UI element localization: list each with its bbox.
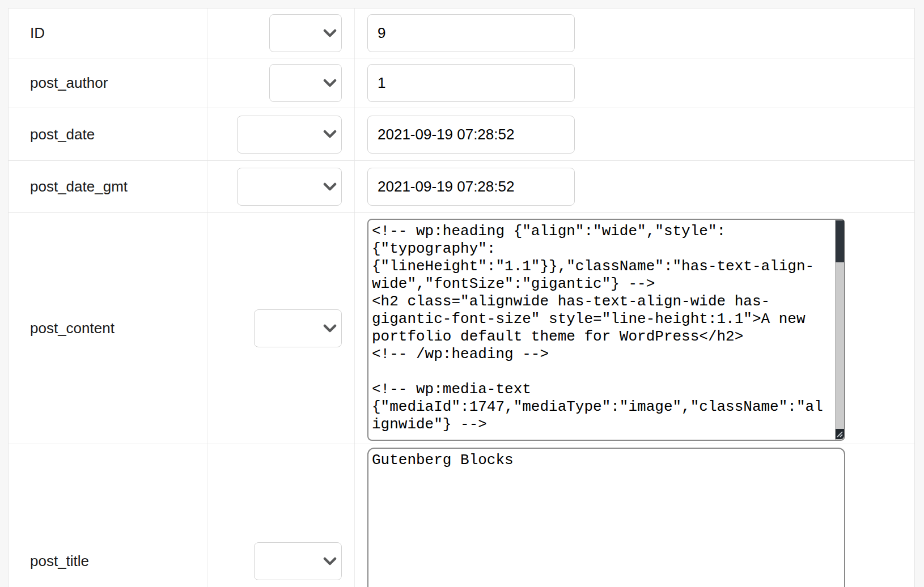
field-name-label: post_author <box>30 74 108 92</box>
chevron-down-icon <box>323 182 337 194</box>
chevron-down-icon <box>323 324 337 335</box>
function-cell <box>207 8 355 58</box>
field-name-cell: post_content <box>9 213 207 444</box>
field-name-label: ID <box>30 24 45 42</box>
function-cell <box>207 161 355 212</box>
function-cell <box>207 213 355 444</box>
table-row: ID <box>9 8 914 58</box>
field-name-cell: post_title <box>9 444 207 587</box>
function-select-post-title[interactable] <box>254 542 342 580</box>
function-cell <box>207 58 355 108</box>
post-content-editor: <!-- wp:heading {"align":"wide","style":… <box>367 213 845 441</box>
value-textarea-post-title[interactable]: Gutenberg Blocks <box>367 448 845 587</box>
value-cell: Gutenberg Blocks <box>355 444 914 587</box>
value-cell <box>355 108 914 160</box>
function-select-post-author[interactable] <box>269 64 342 102</box>
value-cell: <!-- wp:heading {"align":"wide","style":… <box>355 213 914 444</box>
value-input-post-author[interactable] <box>367 64 575 102</box>
chevron-down-icon <box>323 29 337 40</box>
edit-row-table: ID post_author <box>8 8 915 587</box>
function-select-id[interactable] <box>269 14 342 52</box>
textarea-scrollbar[interactable] <box>835 220 844 440</box>
chevron-down-icon <box>323 557 337 568</box>
field-name-label: post_content <box>30 320 115 337</box>
field-name-label: post_date <box>30 126 95 143</box>
field-name-cell: post_date_gmt <box>9 161 207 212</box>
table-row: post_content <!-- wp:heading {"align":"w… <box>9 213 914 444</box>
field-name-cell: post_author <box>9 58 207 108</box>
resize-handle-icon[interactable] <box>836 429 844 439</box>
table-row: post_date_gmt <box>9 161 914 213</box>
function-select-post-content[interactable] <box>254 309 342 347</box>
function-select-post-date-gmt[interactable] <box>237 168 342 206</box>
field-name-label: post_title <box>30 552 89 570</box>
value-input-post-date[interactable] <box>367 116 575 154</box>
scrollbar-thumb[interactable] <box>836 220 844 262</box>
value-input-id[interactable] <box>367 14 575 52</box>
table-row: post_title Gutenberg Blocks <box>9 444 914 587</box>
function-cell <box>207 444 355 587</box>
function-select-post-date[interactable] <box>237 116 342 154</box>
field-name-label: post_date_gmt <box>30 178 128 195</box>
field-name-cell: post_date <box>9 108 207 160</box>
value-cell <box>355 8 914 58</box>
value-input-post-date-gmt[interactable] <box>367 168 575 206</box>
chevron-down-icon <box>323 130 337 141</box>
value-cell <box>355 58 914 108</box>
function-cell <box>207 108 355 160</box>
chevron-down-icon <box>323 79 337 90</box>
table-row: post_date <box>9 108 914 161</box>
field-name-cell: ID <box>9 8 207 58</box>
value-cell <box>355 161 914 212</box>
value-textarea-post-content[interactable]: <!-- wp:heading {"align":"wide","style":… <box>367 219 845 441</box>
table-row: post_author <box>9 58 914 108</box>
